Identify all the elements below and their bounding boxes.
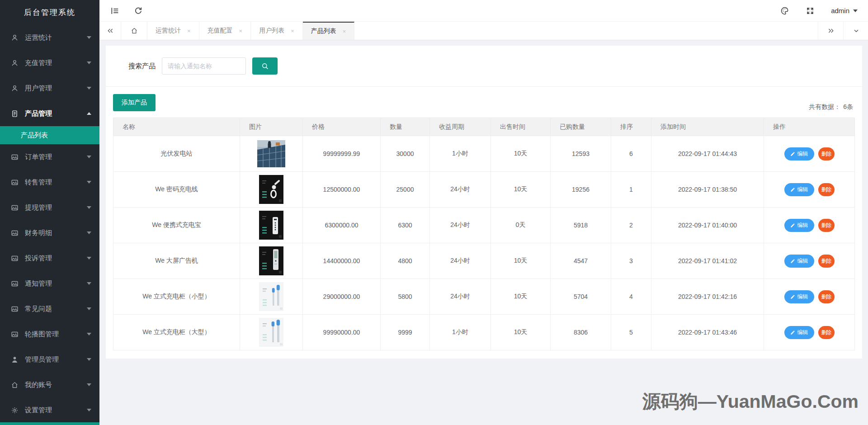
delete-button[interactable]: 删除 — [818, 219, 835, 232]
sidebar-item-label: 投诉管理 — [25, 254, 87, 263]
sidebar-item-label: 提现管理 — [25, 203, 87, 212]
pencil-icon — [790, 259, 795, 264]
table-row: We 密码充电线12500000.002500024小时10天192561202… — [113, 172, 855, 208]
search-input[interactable] — [162, 57, 246, 75]
top-navbar: admin — [99, 0, 868, 22]
chevron-down-icon — [87, 61, 91, 64]
tab-close-icon[interactable]: × — [291, 28, 294, 34]
sidebar-item-5[interactable]: 转售管理 — [0, 170, 99, 195]
product-name-cell: We 立式充电柜（大型） — [113, 315, 240, 350]
pencil-icon — [790, 223, 795, 228]
tabs-menu-button[interactable] — [843, 22, 868, 40]
tab-2[interactable]: 用户列表× — [251, 22, 303, 40]
edit-button-label: 编辑 — [797, 222, 808, 229]
price-cell: 6300000.00 — [303, 208, 381, 243]
delete-button[interactable]: 删除 — [818, 255, 835, 268]
sidebar-item-12[interactable]: 管理员管理 — [0, 347, 99, 372]
search-button[interactable] — [252, 57, 278, 75]
product-image-cell — [240, 172, 303, 208]
delete-button[interactable]: 删除 — [818, 183, 835, 196]
sidebar-subitem-3-0[interactable]: 产品列表 — [0, 126, 99, 144]
sidebar-bottom-strip — [0, 422, 99, 425]
edit-button[interactable]: 编辑 — [784, 147, 814, 161]
tab-label: 充值配置 — [208, 27, 233, 35]
tabs-scroll-right-button[interactable] — [818, 22, 843, 40]
period-cell: 24小时 — [430, 279, 491, 315]
tab-close-icon[interactable]: × — [343, 28, 346, 35]
tab-home-button[interactable] — [121, 22, 147, 40]
product-image-cell — [240, 243, 303, 279]
theme-palette-icon[interactable] — [780, 6, 790, 16]
sidebar-item-7[interactable]: 财务明细 — [0, 220, 99, 246]
table-header-6: 已购数量 — [551, 118, 611, 136]
tab-1[interactable]: 充值配置× — [199, 22, 251, 40]
period-cell: 1小时 — [430, 136, 491, 172]
add-product-button[interactable]: 添加产品 — [113, 94, 156, 111]
actions-cell: 编辑删除 — [764, 243, 855, 279]
quantity-cell: 4800 — [381, 243, 430, 279]
sidebar-item-label: 转售管理 — [25, 178, 87, 187]
image-icon — [11, 254, 19, 262]
pencil-icon — [790, 187, 795, 192]
sidebar-item-11[interactable]: 轮播图管理 — [0, 321, 99, 347]
sidebar: 后台管理系统 运营统计充值管理用户管理产品管理产品列表订单管理转售管理提现管理财… — [0, 0, 99, 425]
sidebar-item-8[interactable]: 投诉管理 — [0, 246, 99, 271]
chevron-down-icon — [87, 181, 91, 184]
table-header-3: 数量 — [381, 118, 430, 136]
row-actions: 编辑删除 — [764, 255, 854, 268]
tab-0[interactable]: 运营统计× — [147, 22, 199, 40]
sidebar-item-2[interactable]: 用户管理 — [0, 76, 99, 101]
pencil-icon — [790, 294, 795, 299]
edit-button[interactable]: 编辑 — [784, 183, 814, 196]
tab-label: 用户列表 — [259, 27, 284, 35]
sort-cell: 1 — [611, 172, 651, 208]
row-actions: 编辑删除 — [764, 290, 854, 303]
chevrons-left-icon — [107, 27, 114, 34]
edit-button[interactable]: 编辑 — [784, 290, 814, 303]
product-image-cell — [240, 208, 303, 243]
refresh-icon[interactable] — [134, 6, 144, 16]
edit-button[interactable]: 编辑 — [784, 255, 814, 268]
fullscreen-icon[interactable] — [806, 6, 816, 16]
sort-cell: 5 — [611, 315, 651, 350]
price-cell: 29000000.00 — [303, 279, 381, 315]
table-row: We 便携式充电宝6300000.00630024小时0天591822022-0… — [113, 208, 855, 243]
sidebar-item-0[interactable]: 运营统计 — [0, 25, 99, 50]
sidebar-item-3[interactable]: 产品管理 — [0, 101, 99, 126]
image-icon — [11, 178, 19, 186]
table-row: We 立式充电柜（小型）29000000.00580024小时10天570442… — [113, 279, 855, 315]
tab-close-icon[interactable]: × — [239, 28, 243, 34]
main-area: admin 运营统计×充值配置×用户列表×产品列表× 搜索产品 — [99, 0, 868, 425]
sidebar-item-13[interactable]: 我的账号 — [0, 372, 99, 397]
tab-close-icon[interactable]: × — [187, 28, 191, 34]
product-panel: 搜索产品 添加产品 共有数据：6条 名称图片价格数量收益周期出售时间已购数量排序… — [106, 46, 862, 359]
sidebar-item-1[interactable]: 充值管理 — [0, 50, 99, 76]
edit-button[interactable]: 编辑 — [784, 326, 814, 339]
delete-button[interactable]: 删除 — [818, 290, 835, 303]
image-icon — [11, 229, 19, 237]
home-icon — [131, 27, 138, 34]
tabs-collapse-left-button[interactable] — [99, 22, 121, 40]
sale-time-cell: 10天 — [491, 315, 551, 350]
user-menu[interactable]: admin — [831, 7, 858, 14]
period-cell: 24小时 — [430, 208, 491, 243]
fold-menu-icon[interactable] — [110, 6, 120, 16]
sidebar-item-label: 产品管理 — [25, 109, 87, 118]
delete-button[interactable]: 删除 — [818, 326, 835, 339]
toolbar-row: 添加产品 共有数据：6条 — [113, 94, 855, 111]
sidebar-item-4[interactable]: 订单管理 — [0, 144, 99, 170]
product-thumbnail — [259, 293, 283, 300]
sidebar-item-6[interactable]: 提现管理 — [0, 195, 99, 220]
sort-cell: 4 — [611, 279, 651, 315]
table-header-4: 收益周期 — [430, 118, 491, 136]
product-image-cell — [240, 136, 303, 172]
sidebar-item-14[interactable]: 设置管理 — [0, 397, 99, 422]
table-row: We 立式充电柜（大型）99990000.0099991小时10天8306520… — [113, 315, 855, 350]
edit-button[interactable]: 编辑 — [784, 219, 814, 232]
sidebar-item-9[interactable]: 通知管理 — [0, 271, 99, 296]
navbar-right: admin — [765, 6, 858, 16]
added-time-cell: 2022-09-17 01:44:43 — [651, 136, 764, 172]
sidebar-item-10[interactable]: 常见问题 — [0, 296, 99, 321]
delete-button[interactable]: 删除 — [818, 147, 835, 161]
tab-3[interactable]: 产品列表× — [303, 22, 355, 40]
